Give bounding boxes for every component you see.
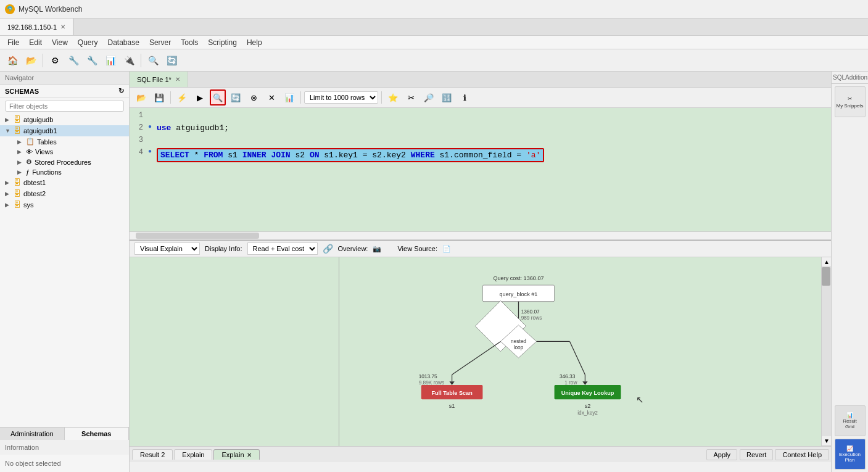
menu-bar: File Edit View Query Database Server Too…	[0, 36, 868, 49]
scroll-up-btn[interactable]: ▲	[822, 257, 831, 267]
schema-views[interactable]: ▶ 👁 Views	[12, 147, 129, 157]
tool-btn-4[interactable]: 📊	[102, 52, 119, 69]
rows-label-1: 989 rows	[521, 315, 542, 321]
navigator-label: Navigator	[5, 74, 34, 81]
menu-file[interactable]: File	[2, 36, 24, 49]
result-scrollbar[interactable]: ▲ ▼	[821, 257, 831, 446]
db-icon: 🗄	[14, 126, 21, 135]
apply-btn[interactable]: Apply	[706, 449, 737, 460]
tab-close-icon[interactable]: ✕	[247, 452, 252, 458]
schema-stored-procedures[interactable]: ▶ ⚙ Stored Procedures	[12, 157, 129, 167]
result-grid-btn[interactable]: 📊 ResultGrid	[835, 405, 866, 436]
horizontal-scrollbar[interactable]	[130, 231, 831, 240]
menu-help[interactable]: Help	[242, 36, 267, 49]
expand-icon: ▶	[5, 180, 11, 186]
execution-plan-btn[interactable]: 📈 ExecutionPlan	[835, 439, 866, 470]
sql-toolbar-sep-3	[381, 91, 382, 104]
search-results-btn[interactable]: 🔎	[421, 89, 437, 106]
sql-tab-close[interactable]: ✕	[175, 76, 180, 83]
arrow-to-fts	[449, 381, 454, 385]
scroll-down-btn[interactable]: ▼	[822, 436, 831, 446]
snippets-btn[interactable]: ✂	[403, 89, 419, 106]
s1-label: s1	[449, 403, 455, 409]
db-icon: 🗄	[14, 178, 21, 187]
expand-icon: ▶	[17, 149, 23, 155]
schemas-label: SCHEMAS	[5, 88, 39, 95]
menu-view[interactable]: View	[47, 36, 73, 49]
menu-tools[interactable]: Tools	[176, 36, 203, 49]
schema-sys[interactable]: ▶ 🗄 sys	[0, 199, 129, 210]
fts-label: Full Table Scan	[431, 390, 473, 396]
star-btn[interactable]: ⭐	[385, 89, 401, 106]
sidebar-tabs: Administration Schemas	[0, 428, 129, 440]
connection-tab[interactable]: 192.168.1.150-1 ✕	[0, 19, 73, 35]
tab-schemas[interactable]: Schemas	[65, 428, 130, 440]
stop-btn[interactable]: 🔄	[228, 89, 244, 106]
toggle-btn[interactable]: 📊	[281, 89, 297, 106]
view-source-label: View Source:	[397, 245, 437, 252]
result-grid-label: ResultGrid	[843, 418, 857, 429]
right-panel: SQLAdditions ✂ My Snippets 📊 ResultGrid …	[831, 72, 868, 472]
item-label: Views	[35, 148, 53, 155]
schema-functions[interactable]: ▶ ƒ Functions	[12, 167, 129, 177]
schema-name: atguigudb	[23, 116, 53, 123]
execution-plan-label: ExecutionPlan	[839, 452, 861, 463]
filter-input[interactable]	[5, 101, 124, 112]
menu-edit[interactable]: Edit	[24, 36, 47, 49]
my-snippets-btn[interactable]: ✂ My Snippets	[835, 86, 866, 117]
sql-tabs: SQL File 1* ✕	[130, 72, 831, 88]
db-icon: 🗄	[14, 189, 21, 198]
scroll-thumb[interactable]	[822, 267, 830, 286]
schema-tree: ▶ 🗄 atguigudb ▼ 🗄 atguigudb1 ▶ 📋 Tables …	[0, 114, 129, 427]
stop-exec-btn[interactable]: ✕	[263, 89, 279, 106]
schemas-refresh-icon[interactable]: ↻	[118, 87, 124, 95]
save-sql-btn[interactable]: 💾	[151, 89, 167, 106]
revert-btn[interactable]: Revert	[740, 449, 773, 460]
tool-btn-3[interactable]: 🔧	[83, 52, 101, 69]
menu-server[interactable]: Server	[144, 36, 176, 49]
view-mode-select[interactable]: Visual Explain Tabular Explain	[134, 242, 200, 255]
menu-query[interactable]: Query	[73, 36, 103, 49]
overview-toggle[interactable]: 📷	[373, 245, 381, 253]
ukl-label: Unique Key Lookup	[561, 390, 614, 396]
search-btn[interactable]: 🔍	[144, 52, 162, 69]
schema-atguigudb1[interactable]: ▼ 🗄 atguigudb1	[0, 125, 129, 136]
refresh-btn[interactable]: 🔄	[163, 52, 180, 69]
menu-database[interactable]: Database	[103, 36, 144, 49]
display-info-dropdown[interactable]: Read + Eval cost Data read Read cost	[247, 242, 318, 255]
line-number: 1	[130, 111, 148, 120]
item-label: Functions	[32, 168, 62, 176]
schema-dbtest1[interactable]: ▶ 🗄 dbtest1	[0, 177, 129, 188]
tab-result2[interactable]: Result 2	[132, 449, 173, 460]
open-sql-btn[interactable]: 📂	[133, 89, 149, 106]
sql-file-tab[interactable]: SQL File 1* ✕	[130, 72, 188, 87]
new-connection-btn[interactable]: 🏠	[4, 52, 21, 69]
app-icon: 🐬	[5, 4, 15, 14]
info-btn[interactable]: ℹ	[457, 89, 473, 106]
inspect-btn[interactable]: 🔢	[439, 89, 455, 106]
tool-btn-5[interactable]: 🔌	[120, 52, 138, 69]
open-btn[interactable]: 📂	[22, 52, 39, 69]
connection-tab-close[interactable]: ✕	[60, 23, 65, 30]
tab-explain1[interactable]: Explain	[174, 449, 212, 460]
context-help-btn[interactable]: Context Help	[775, 449, 829, 460]
tool-btn-2[interactable]: 🔧	[65, 52, 82, 69]
menu-scripting[interactable]: Scripting	[203, 36, 242, 49]
visual-explain-dropdown[interactable]: Visual Explain Tabular Explain	[134, 242, 200, 255]
manage-connections-btn[interactable]: ⚙	[46, 52, 64, 69]
explain-btn[interactable]: 🔍	[210, 89, 226, 106]
schema-dbtest2[interactable]: ▶ 🗄 dbtest2	[0, 188, 129, 199]
limit-select[interactable]: Limit to 1000 rows No Limit Limit to 10 …	[304, 91, 378, 104]
tab-administration[interactable]: Administration	[0, 428, 65, 440]
display-info-select[interactable]: Read + Eval cost Data read Read cost	[247, 242, 318, 255]
cancel-btn[interactable]: ⊗	[246, 89, 262, 106]
schema-tables[interactable]: ▶ 📋 Tables	[12, 136, 129, 147]
tab-explain2[interactable]: Explain ✕	[213, 449, 259, 460]
sql-line-3: 3	[130, 135, 831, 147]
execute-btn[interactable]: ⚡	[174, 89, 190, 106]
execute-selection-btn[interactable]: ▶	[192, 89, 208, 106]
schema-atguigudb[interactable]: ▶ 🗄 atguigudb	[0, 114, 129, 125]
sql-editor[interactable]: 1 2 ● use atguigudb1; 3 4 ●	[130, 108, 831, 231]
view-source-toggle[interactable]: 📄	[442, 245, 451, 253]
expand-icon: ▶	[17, 159, 23, 165]
